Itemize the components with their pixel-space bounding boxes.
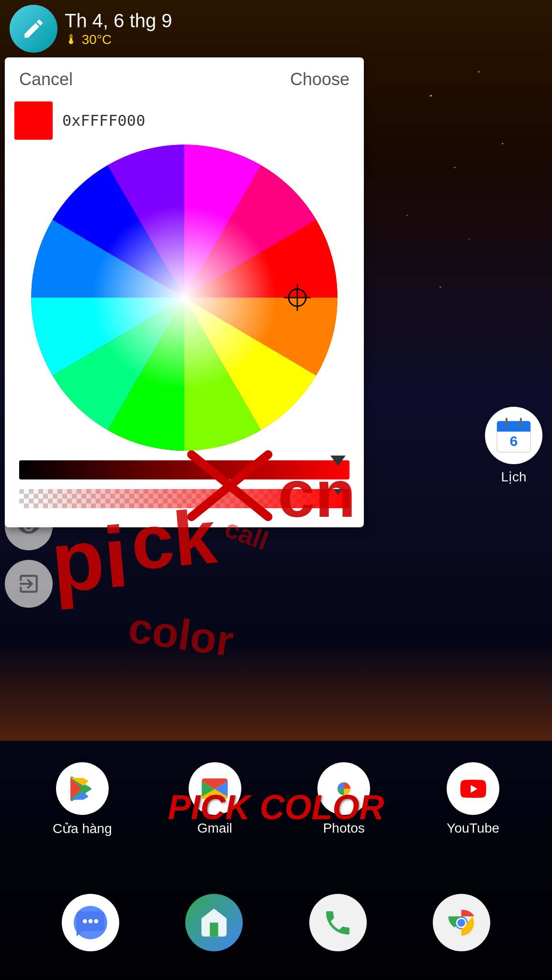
calendar-label: Lịch <box>501 469 526 485</box>
svg-text:6: 6 <box>510 433 518 449</box>
chrome-icon <box>446 907 477 938</box>
opacity-slider-row <box>19 489 349 508</box>
svg-point-26 <box>94 919 98 924</box>
chrome-home-dock-item[interactable] <box>185 894 243 951</box>
phone-icon <box>322 907 353 938</box>
opacity-slider-thumb[interactable] <box>330 489 346 495</box>
cancel-button[interactable]: Cancel <box>14 67 78 92</box>
pick-color-label: PICK COLOR <box>168 788 384 827</box>
brightness-slider-row <box>19 460 349 479</box>
svg-point-25 <box>89 919 93 924</box>
chrome-home-icon <box>197 906 231 939</box>
phone-icon-circle[interactable] <box>309 894 367 951</box>
chrome-home-icon-circle[interactable] <box>185 894 243 951</box>
youtube-icon <box>458 773 489 804</box>
chrome-dock-item[interactable] <box>433 894 490 951</box>
playstore-icon-circle[interactable] <box>56 762 109 815</box>
sliders-area <box>14 460 354 508</box>
color-preview-box <box>14 101 53 140</box>
chrome-icon-circle[interactable] <box>433 894 490 951</box>
color-preview-row: 0xFFFF000 <box>14 101 354 140</box>
playstore-label: Cửa hàng <box>53 821 112 836</box>
color-wheel[interactable] <box>31 145 338 451</box>
opacity-color-overlay <box>19 489 349 508</box>
calendar-icon-svg: 6 <box>495 416 533 455</box>
brightness-slider-thumb[interactable] <box>330 456 346 466</box>
hex-value: 0xFFFF000 <box>62 111 145 130</box>
svg-point-24 <box>83 919 87 924</box>
youtube-app-item[interactable]: YouTube <box>447 762 499 836</box>
horizon-glow <box>0 645 552 741</box>
playstore-icon <box>67 773 98 804</box>
color-wheel-svg[interactable] <box>31 145 338 451</box>
phone-dock-item[interactable] <box>309 894 367 951</box>
export-icon <box>17 572 41 596</box>
temperature: 🌡 30°C <box>65 32 172 47</box>
brightness-slider-track[interactable] <box>19 460 349 479</box>
calendar-icon-circle[interactable]: 6 <box>485 407 542 464</box>
date-text: Th 4, 6 thg 9 <box>65 10 172 32</box>
color-picker-dialog: Cancel Choose 0xFFFF000 <box>5 57 364 527</box>
export-fab-button[interactable] <box>5 560 53 608</box>
messages-icon <box>74 906 107 939</box>
messages-icon-circle[interactable] <box>62 894 119 951</box>
avatar <box>10 5 57 53</box>
svg-point-29 <box>458 919 465 926</box>
dock-area <box>0 894 552 951</box>
choose-button[interactable]: Choose <box>285 67 354 92</box>
calendar-app[interactable]: 6 Lịch <box>485 407 542 485</box>
playstore-app-item[interactable]: Cửa hàng <box>53 762 112 836</box>
color-wheel-container[interactable] <box>14 145 354 451</box>
youtube-label: YouTube <box>447 821 499 836</box>
opacity-slider-track[interactable] <box>19 489 349 508</box>
right-panel: 6 Lịch <box>485 407 542 485</box>
messages-dock-item[interactable] <box>62 894 119 951</box>
dialog-header: Cancel Choose <box>14 67 354 92</box>
datetime-area: Th 4, 6 thg 9 🌡 30°C <box>0 0 182 57</box>
svg-rect-19 <box>497 428 530 432</box>
pencil-icon <box>22 17 45 41</box>
youtube-icon-circle[interactable] <box>447 762 499 815</box>
